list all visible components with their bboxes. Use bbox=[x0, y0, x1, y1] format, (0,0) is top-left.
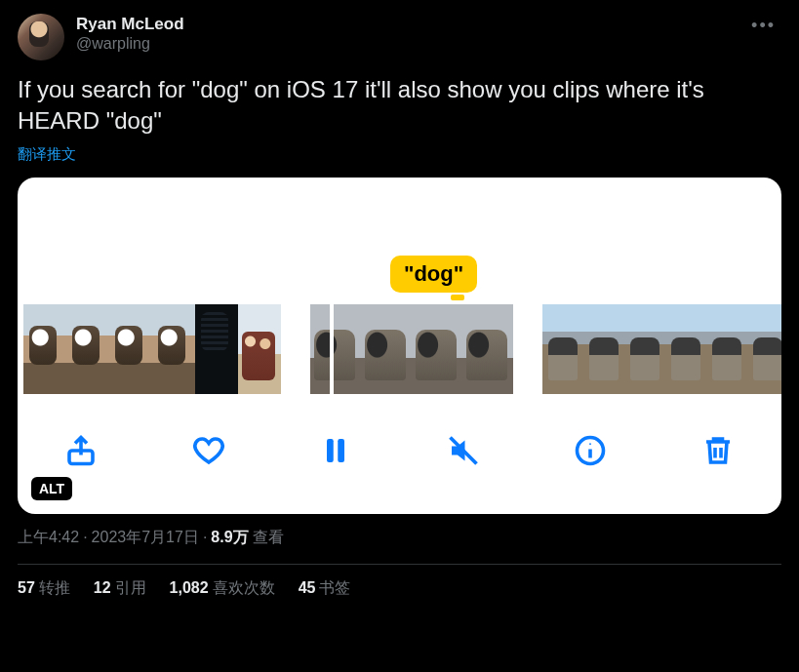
tweet: Ryan McLeod @warpling ••• If you search … bbox=[0, 0, 799, 599]
share-button[interactable] bbox=[60, 430, 101, 471]
timeline-frame bbox=[310, 304, 361, 394]
clip-group[interactable] bbox=[23, 304, 281, 394]
playhead-marker bbox=[451, 295, 464, 300]
time[interactable]: 上午4:42 bbox=[18, 528, 79, 548]
retweets[interactable]: 57转推 bbox=[18, 578, 70, 599]
timeline-frame bbox=[238, 304, 281, 394]
quotes-label: 引用 bbox=[115, 579, 146, 596]
separator: · bbox=[83, 529, 87, 546]
timeline-frame bbox=[462, 304, 513, 394]
timeline-frame bbox=[542, 304, 583, 394]
svg-rect-1 bbox=[327, 439, 334, 462]
tweet-text: If you search for "dog" on iOS 17 it'll … bbox=[18, 74, 781, 138]
search-tooltip: "dog" bbox=[390, 256, 477, 293]
tweet-meta: 上午4:42 · 2023年7月17日 · 8.9万 查看 bbox=[18, 528, 781, 548]
likes-count: 1,082 bbox=[170, 579, 209, 596]
retweets-count: 57 bbox=[18, 579, 35, 596]
share-icon bbox=[63, 433, 99, 468]
timeline-frame bbox=[66, 304, 109, 394]
bookmarks[interactable]: 45书签 bbox=[299, 578, 351, 599]
playhead[interactable] bbox=[330, 298, 334, 400]
timeline-frame bbox=[706, 304, 747, 394]
translate-link[interactable]: 翻译推文 bbox=[18, 145, 781, 164]
quotes[interactable]: 12引用 bbox=[94, 578, 146, 599]
likes-label: 喜欢次数 bbox=[213, 579, 275, 596]
trash-icon bbox=[700, 433, 736, 468]
like-button[interactable] bbox=[188, 430, 229, 471]
heart-icon bbox=[191, 433, 226, 468]
views-count: 8.9万 bbox=[211, 528, 248, 548]
alt-badge[interactable]: ALT bbox=[31, 477, 72, 500]
timeline-frame bbox=[109, 304, 152, 394]
quotes-count: 12 bbox=[94, 579, 111, 596]
video-timeline[interactable] bbox=[18, 304, 781, 394]
pause-button[interactable] bbox=[315, 430, 356, 471]
timeline-frame bbox=[665, 304, 706, 394]
svg-rect-2 bbox=[338, 439, 344, 462]
timeline-frame bbox=[624, 304, 665, 394]
divider bbox=[18, 564, 781, 565]
handle: @warpling bbox=[76, 34, 184, 54]
date[interactable]: 2023年7月17日 bbox=[92, 528, 199, 548]
ellipsis-icon: ••• bbox=[751, 16, 776, 35]
trash-button[interactable] bbox=[698, 430, 739, 471]
pause-icon bbox=[318, 433, 353, 468]
display-name: Ryan McLeod bbox=[76, 14, 184, 34]
bookmarks-count: 45 bbox=[299, 579, 316, 596]
retweets-label: 转推 bbox=[39, 579, 70, 596]
info-icon bbox=[573, 433, 608, 468]
timeline-frame bbox=[412, 304, 462, 394]
timeline-frame bbox=[195, 304, 238, 394]
views-label: 查看 bbox=[253, 528, 284, 548]
avatar[interactable] bbox=[18, 14, 64, 60]
clip-group[interactable] bbox=[542, 304, 781, 394]
timeline-frame bbox=[583, 304, 624, 394]
likes[interactable]: 1,082喜欢次数 bbox=[170, 578, 275, 599]
author-block[interactable]: Ryan McLeod @warpling bbox=[76, 14, 184, 54]
timeline-frame bbox=[747, 304, 781, 394]
tweet-header: Ryan McLeod @warpling ••• bbox=[18, 14, 781, 60]
mute-button[interactable] bbox=[443, 430, 484, 471]
separator: · bbox=[203, 529, 207, 546]
timeline-frame bbox=[361, 304, 412, 394]
clip-group[interactable] bbox=[310, 304, 513, 394]
more-button[interactable]: ••• bbox=[745, 10, 781, 42]
media-toolbar bbox=[18, 430, 781, 471]
timeline-frame bbox=[23, 304, 66, 394]
media-card[interactable]: "dog" bbox=[18, 178, 781, 514]
timeline-frame bbox=[152, 304, 195, 394]
bookmarks-label: 书签 bbox=[319, 579, 350, 596]
info-button[interactable] bbox=[570, 430, 611, 471]
svg-point-6 bbox=[589, 443, 591, 445]
tweet-stats: 57转推 12引用 1,082喜欢次数 45书签 bbox=[18, 578, 781, 599]
mute-icon bbox=[446, 433, 481, 468]
